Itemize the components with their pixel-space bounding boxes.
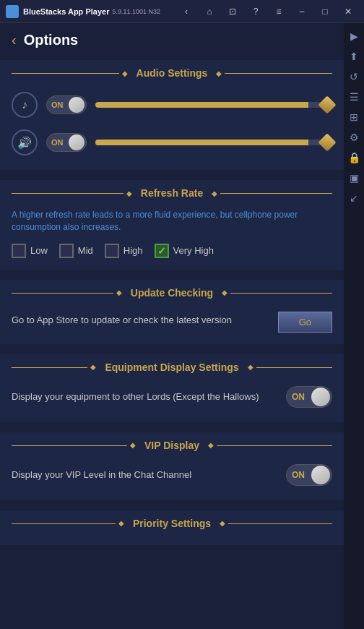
sidebar-icon-5[interactable]: ⊞ xyxy=(345,108,363,126)
sidebar-icon-7[interactable]: 🔒 xyxy=(345,149,363,166)
section-diamond-right: ◆ xyxy=(205,441,217,449)
audio-settings-title: Audio Settings xyxy=(131,67,214,79)
sfx-slider[interactable] xyxy=(95,140,332,145)
nav-help-btn[interactable]: ? xyxy=(246,4,266,19)
minimize-btn[interactable]: – xyxy=(292,4,312,19)
music-slider[interactable] xyxy=(95,102,332,108)
sfx-slider-thumb xyxy=(318,133,336,151)
vip-display-section: ◆ VIP Display ◆ Display your VIP Level i… xyxy=(0,432,344,500)
section-diamond-left: ◆ xyxy=(119,69,131,77)
sidebar-icon-3[interactable]: ↺ xyxy=(345,68,363,85)
section-diamond-left: ◆ xyxy=(116,519,127,527)
refresh-info-text: A higher refresh rate leads to a more fl… xyxy=(0,206,344,241)
go-button[interactable]: Go xyxy=(278,312,332,333)
sfx-row: 🔊 ON xyxy=(0,124,344,161)
refresh-rate-title: Refresh Rate xyxy=(135,187,209,199)
vip-display-row: Display your VIP Level in the Chat Chann… xyxy=(0,458,344,492)
vip-display-title: VIP Display xyxy=(139,440,205,451)
close-btn[interactable]: ✕ xyxy=(338,4,358,19)
window-controls: ‹ ⌂ ⊡ ? ≡ – □ ✕ xyxy=(176,4,358,19)
nav-menu-btn[interactable]: ≡ xyxy=(269,4,289,19)
equipment-display-header: ◆ Equipment Display Settings ◆ xyxy=(0,354,344,380)
restore-btn[interactable]: □ xyxy=(315,4,335,19)
audio-settings-section: ◆ Audio Settings ◆ ♪ ON 🔊 ON xyxy=(0,60,344,170)
music-row: ♪ ON xyxy=(0,86,344,124)
vip-description: Display your VIP Level in the Chat Chann… xyxy=(12,468,286,482)
priority-settings-section: ◆ Priority Settings ◆ xyxy=(0,510,344,545)
right-sidebar: ▶ ⬆ ↺ ☰ ⊞ ⚙ 🔒 ▣ ↙ xyxy=(344,23,364,629)
section-diamond-right: ◆ xyxy=(219,288,230,296)
equipment-description: Display your equipment to other Lords (E… xyxy=(12,390,286,403)
title-bar: BlueStacks App Player 5.9.11.1001 N32 ‹ … xyxy=(0,0,364,23)
sidebar-icon-9[interactable]: ↙ xyxy=(345,189,363,207)
equipment-toggle-label: ON xyxy=(292,392,305,402)
refresh-option-low[interactable]: Low xyxy=(12,244,48,258)
sfx-toggle-thumb xyxy=(69,134,84,150)
page-title: Options xyxy=(24,32,79,48)
refresh-options: Low Mid High Very High xyxy=(0,241,344,261)
sidebar-icon-6[interactable]: ⚙ xyxy=(345,129,363,146)
equipment-toggle-thumb xyxy=(311,388,330,406)
refresh-checkbox-high[interactable] xyxy=(105,244,119,258)
refresh-label-veryhigh: Very High xyxy=(173,245,214,256)
sfx-icon: 🔊 xyxy=(12,129,38,155)
update-checking-section: ◆ Update Checking ◆ Go to App Store to u… xyxy=(0,280,344,344)
vip-toggle-thumb xyxy=(311,466,330,484)
refresh-option-mid[interactable]: Mid xyxy=(59,244,93,258)
vip-toggle[interactable]: ON xyxy=(286,464,332,486)
section-diamond-left: ◆ xyxy=(113,288,125,296)
vip-toggle-label: ON xyxy=(292,470,305,480)
equipment-display-row: Display your equipment to other Lords (E… xyxy=(0,380,344,414)
sidebar-icon-2[interactable]: ⬆ xyxy=(345,48,363,65)
section-diamond-right: ◆ xyxy=(217,519,228,527)
section-diamond-right: ◆ xyxy=(213,69,225,77)
music-toggle-thumb xyxy=(69,97,84,113)
sidebar-icon-1[interactable]: ▶ xyxy=(345,27,363,45)
refresh-label-low: Low xyxy=(30,245,48,256)
app-name: BlueStacks App Player xyxy=(23,7,109,16)
app-version: 5.9.11.1001 N32 xyxy=(112,8,160,15)
options-header: ‹ Options xyxy=(0,23,344,57)
app-icon xyxy=(6,5,19,18)
refresh-checkbox-veryhigh[interactable] xyxy=(155,244,169,258)
main-content: ‹ Options ◆ Audio Settings ◆ ♪ ON 🔊 ON xyxy=(0,23,344,629)
equipment-toggle[interactable]: ON xyxy=(286,386,332,408)
music-toggle[interactable]: ON xyxy=(46,95,87,114)
section-diamond-left: ◆ xyxy=(124,189,135,197)
sfx-toggle[interactable]: ON xyxy=(46,133,87,152)
refresh-option-high[interactable]: High xyxy=(105,244,143,258)
priority-settings-title: Priority Settings xyxy=(127,518,217,529)
refresh-rate-section: ◆ Refresh Rate ◆ A higher refresh rate l… xyxy=(0,180,344,270)
music-icon: ♪ xyxy=(12,92,38,118)
section-diamond-right: ◆ xyxy=(245,363,256,371)
update-checking-title: Update Checking xyxy=(125,287,219,299)
equipment-display-title: Equipment Display Settings xyxy=(99,361,244,373)
sfx-toggle-label: ON xyxy=(51,138,64,147)
nav-windows-btn[interactable]: ⊡ xyxy=(222,4,243,19)
audio-settings-header: ◆ Audio Settings ◆ xyxy=(0,60,344,86)
refresh-rate-header: ◆ Refresh Rate ◆ xyxy=(0,180,344,206)
sidebar-icon-4[interactable]: ☰ xyxy=(345,88,363,106)
refresh-option-veryhigh[interactable]: Very High xyxy=(155,244,214,258)
vip-display-header: ◆ VIP Display ◆ xyxy=(0,432,344,458)
refresh-label-mid: Mid xyxy=(78,245,93,256)
nav-back-btn[interactable]: ‹ xyxy=(176,4,196,19)
section-diamond-left: ◆ xyxy=(127,441,139,449)
refresh-label-high: High xyxy=(124,245,143,256)
refresh-checkbox-low[interactable] xyxy=(12,244,26,258)
priority-settings-header: ◆ Priority Settings ◆ xyxy=(0,510,344,536)
update-description: Go to App Store to update or check the l… xyxy=(12,314,266,327)
back-button[interactable]: ‹ xyxy=(12,32,17,48)
nav-home-btn[interactable]: ⌂ xyxy=(199,4,220,19)
sidebar-icon-8[interactable]: ▣ xyxy=(345,169,363,187)
refresh-checkbox-mid[interactable] xyxy=(59,244,74,258)
section-diamond-right: ◆ xyxy=(209,189,220,197)
update-checking-header: ◆ Update Checking ◆ xyxy=(0,280,344,306)
music-toggle-label: ON xyxy=(51,100,64,109)
equipment-display-section: ◆ Equipment Display Settings ◆ Display y… xyxy=(0,354,344,422)
music-slider-thumb xyxy=(318,95,336,114)
section-diamond-left: ◆ xyxy=(87,363,99,371)
